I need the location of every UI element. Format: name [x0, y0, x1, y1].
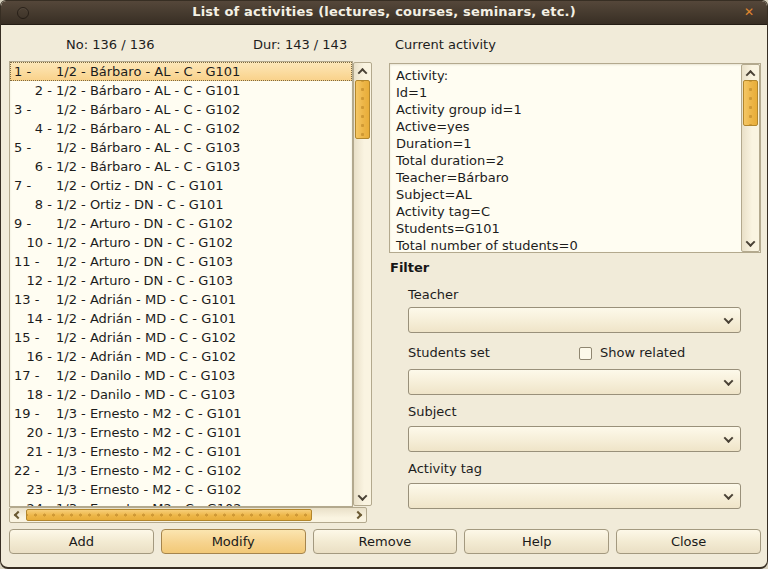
- current-activity-textarea[interactable]: Activity:Id=1Activity group id=1Active=y…: [389, 63, 761, 253]
- button-row: Add Modify Remove Help Close: [9, 529, 761, 554]
- show-related-checkbox[interactable]: [579, 347, 592, 360]
- list-item[interactable]: 22 - 1/3 - Ernesto - M2 - C - G102: [10, 461, 352, 480]
- activity-number: 11 -: [14, 252, 39, 271]
- teacher-label: Teacher: [408, 287, 458, 302]
- subject-label: Subject: [408, 404, 457, 419]
- activity-number: 19 -: [14, 404, 39, 423]
- titlebar[interactable]: List of activities (lectures, courses, s…: [1, 1, 767, 25]
- activity-number: 24 -: [10, 499, 56, 507]
- add-button[interactable]: Add: [9, 529, 154, 554]
- scroll-thumb[interactable]: [743, 80, 758, 126]
- list-item[interactable]: 19 - 1/3 - Ernesto - M2 - C - G101: [10, 404, 352, 423]
- activity-detail-line: Activity:: [396, 67, 736, 84]
- activity-tag-label: Activity tag: [408, 461, 482, 476]
- teacher-combobox[interactable]: [408, 307, 741, 333]
- activity-detail-line: Id=1: [396, 84, 736, 101]
- textarea-vscrollbar[interactable]: [741, 64, 760, 252]
- activity-text: 1/2 - Adrián - MD - C - G102: [56, 330, 236, 345]
- modify-button[interactable]: Modify: [161, 529, 306, 554]
- list-item[interactable]: 15 - 1/2 - Adrián - MD - C - G102: [10, 328, 352, 347]
- activity-text: 1/3 - Ernesto - M2 - C - G102: [56, 463, 242, 478]
- activity-text: 1/2 - Bárbaro - AL - C - G103: [56, 140, 240, 155]
- remove-button[interactable]: Remove: [313, 529, 458, 554]
- activity-text: 1/3 - Ernesto - M2 - C - G102: [56, 482, 242, 497]
- list-item[interactable]: 4 - 1/2 - Bárbaro - AL - C - G102: [10, 119, 352, 138]
- filter-title: Filter: [390, 260, 429, 275]
- activity-tag-combobox[interactable]: [408, 483, 741, 509]
- scroll-left-icon[interactable]: [12, 508, 24, 522]
- activity-number: 14 -: [10, 309, 56, 328]
- list-item[interactable]: 24 - 1/3 - Ernesto - M2 - C - G102: [10, 499, 352, 507]
- list-item[interactable]: 7 - 1/2 - Ortiz - DN - C - G101: [10, 176, 352, 195]
- list-item[interactable]: 16 - 1/2 - Adrián - MD - C - G102: [10, 347, 352, 366]
- subject-combobox[interactable]: [408, 426, 741, 452]
- activity-number: 2 -: [10, 81, 56, 100]
- activities-count-label: No: 136 / 136: [66, 37, 154, 52]
- activity-number: 15 -: [14, 328, 39, 347]
- activity-detail-line: Students=G101: [396, 220, 736, 237]
- activity-text: 1/2 - Arturo - DN - C - G102: [56, 216, 233, 231]
- chevron-left-icon: [14, 511, 22, 519]
- list-item[interactable]: 12 - 1/2 - Arturo - DN - C - G103: [10, 271, 352, 290]
- scroll-down-icon[interactable]: [742, 237, 759, 249]
- activity-text: 1/2 - Bárbaro - AL - C - G101: [56, 64, 240, 79]
- scroll-thumb[interactable]: [26, 509, 312, 521]
- chevron-down-icon: [358, 491, 368, 501]
- students-set-combobox[interactable]: [408, 369, 741, 395]
- scroll-down-icon[interactable]: [354, 491, 371, 503]
- activity-number: 7 -: [14, 176, 31, 195]
- activity-text: 1/2 - Ortiz - DN - C - G101: [56, 197, 224, 212]
- list-item[interactable]: 14 - 1/2 - Adrián - MD - C - G101: [10, 309, 352, 328]
- chevron-down-icon: [725, 484, 732, 508]
- list-item[interactable]: 1 - 1/2 - Bárbaro - AL - C - G101: [10, 62, 352, 81]
- list-item[interactable]: 21 - 1/3 - Ernesto - M2 - C - G101: [10, 442, 352, 461]
- activity-text: 1/2 - Bárbaro - AL - C - G102: [56, 102, 240, 117]
- close-icon[interactable]: ✕: [741, 4, 757, 20]
- activity-text: 1/2 - Bárbaro - AL - C - G103: [56, 159, 240, 174]
- activity-text: 1/3 - Ernesto - M2 - C - G101: [56, 425, 242, 440]
- chevron-down-icon: [725, 427, 732, 451]
- activity-text: 1/2 - Arturo - DN - C - G103: [56, 273, 233, 288]
- activity-text: 1/2 - Danilo - MD - C - G103: [56, 387, 235, 402]
- activity-number: 21 -: [10, 442, 56, 461]
- list-vscrollbar[interactable]: [353, 62, 372, 506]
- list-hscrollbar[interactable]: [9, 507, 367, 523]
- list-item[interactable]: 6 - 1/2 - Bárbaro - AL - C - G103: [10, 157, 352, 176]
- list-item[interactable]: 10 - 1/2 - Arturo - DN - C - G102: [10, 233, 352, 252]
- scroll-thumb[interactable]: [355, 80, 370, 139]
- chevron-right-icon: [354, 511, 362, 519]
- list-item[interactable]: 2 - 1/2 - Bárbaro - AL - C - G101: [10, 81, 352, 100]
- list-item[interactable]: 17 - 1/2 - Danilo - MD - C - G103: [10, 366, 352, 385]
- activity-text: 1/3 - Ernesto - M2 - C - G101: [56, 406, 242, 421]
- activities-dialog: List of activities (lectures, courses, s…: [0, 0, 768, 569]
- activity-text: 1/2 - Adrián - MD - C - G102: [56, 349, 236, 364]
- activity-detail-line: Subject=AL: [396, 186, 736, 203]
- scroll-up-icon[interactable]: [742, 67, 759, 79]
- list-item[interactable]: 8 - 1/2 - Ortiz - DN - C - G101: [10, 195, 352, 214]
- window-title: List of activities (lectures, courses, s…: [1, 4, 767, 19]
- list-item[interactable]: 9 - 1/2 - Arturo - DN - C - G102: [10, 214, 352, 233]
- activity-number: 13 -: [14, 290, 39, 309]
- list-item[interactable]: 23 - 1/3 - Ernesto - M2 - C - G102: [10, 480, 352, 499]
- activities-list[interactable]: 1 - 1/2 - Bárbaro - AL - C - G101 2 - 1/…: [9, 61, 353, 507]
- scroll-up-icon[interactable]: [354, 65, 371, 77]
- activity-number: 8 -: [10, 195, 56, 214]
- chevron-down-icon: [746, 237, 756, 247]
- activity-text: 1/3 - Ernesto - M2 - C - G101: [56, 444, 242, 459]
- help-button[interactable]: Help: [464, 529, 609, 554]
- activity-text: 1/2 - Adrián - MD - C - G101: [56, 311, 236, 326]
- chevron-up-icon: [358, 67, 368, 77]
- chevron-down-icon: [725, 370, 732, 394]
- list-item[interactable]: 13 - 1/2 - Adrián - MD - C - G101: [10, 290, 352, 309]
- scroll-right-icon[interactable]: [352, 508, 364, 522]
- list-item[interactable]: 5 - 1/2 - Bárbaro - AL - C - G103: [10, 138, 352, 157]
- list-item[interactable]: 3 - 1/2 - Bárbaro - AL - C - G102: [10, 100, 352, 119]
- list-item[interactable]: 18 - 1/2 - Danilo - MD - C - G103: [10, 385, 352, 404]
- list-item[interactable]: 20 - 1/3 - Ernesto - M2 - C - G101: [10, 423, 352, 442]
- activity-number: 23 -: [10, 480, 56, 499]
- activity-number: 10 -: [10, 233, 56, 252]
- list-item[interactable]: 11 - 1/2 - Arturo - DN - C - G103: [10, 252, 352, 271]
- close-button[interactable]: Close: [616, 529, 761, 554]
- chevron-down-icon: [725, 308, 732, 332]
- activity-text: 1/2 - Bárbaro - AL - C - G101: [56, 83, 240, 98]
